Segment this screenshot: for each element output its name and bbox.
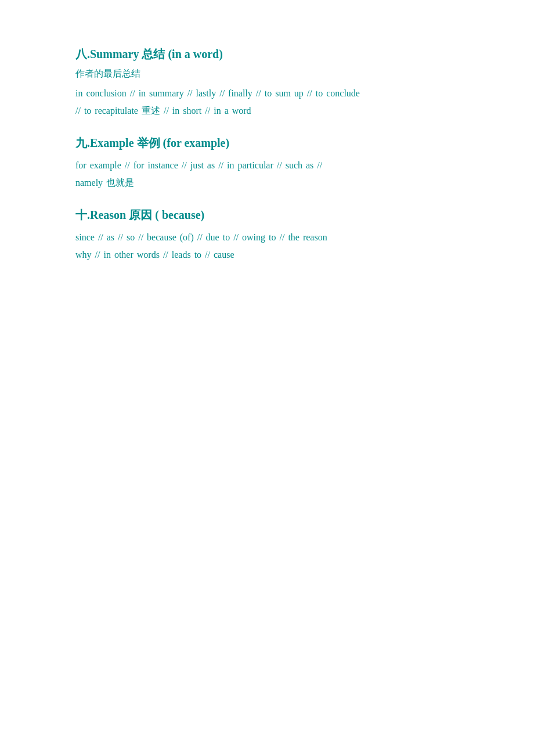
- example-line-2: namely 也就是: [75, 178, 134, 188]
- section-summary-subtitle: 作者的最后总结: [75, 68, 459, 80]
- section-example: 九.Example 举例 (for example) for example /…: [75, 135, 459, 191]
- section-reason-heading: 十.Reason 原因 ( because): [75, 207, 459, 223]
- section-summary-heading: 八.Summary 总结 (in a word): [75, 46, 459, 62]
- section-summary: 八.Summary 总结 (in a word) 作者的最后总结 in conc…: [75, 46, 459, 119]
- section-reason-body: since // as // so // because (of) // due…: [75, 229, 459, 263]
- reason-line-1: since // as // so // because (of) // due…: [75, 232, 327, 242]
- summary-line-2: // to recapitulate 重述 // in short // in …: [75, 106, 251, 116]
- section-example-body: for example // for instance // just as /…: [75, 157, 459, 191]
- section-example-heading: 九.Example 举例 (for example): [75, 135, 459, 151]
- section-summary-body: in conclusion // in summary // lastly //…: [75, 85, 459, 119]
- summary-line-1: in conclusion // in summary // lastly //…: [75, 88, 360, 98]
- page-container: 八.Summary 总结 (in a word) 作者的最后总结 in conc…: [0, 0, 534, 326]
- section-reason: 十.Reason 原因 ( because) since // as // so…: [75, 207, 459, 263]
- reason-line-2: why // in other words // leads to // cau…: [75, 250, 234, 260]
- example-line-1: for example // for instance // just as /…: [75, 160, 322, 170]
